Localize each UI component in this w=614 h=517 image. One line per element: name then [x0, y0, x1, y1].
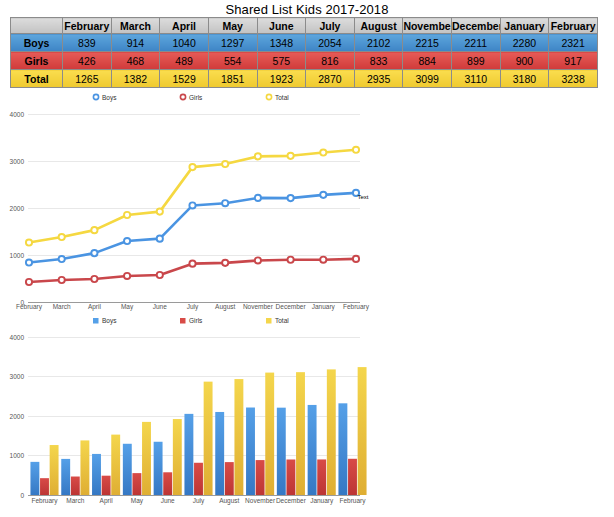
- column-header: May: [208, 18, 257, 34]
- x-axis-label: December: [276, 303, 307, 310]
- bar-total: [204, 382, 213, 495]
- table-cell: 2215: [403, 34, 452, 52]
- data-point-boys: [255, 195, 261, 201]
- table-cell: 2054: [306, 34, 355, 52]
- table-row-total: Total12651382152918511923287029353099311…: [11, 70, 598, 88]
- table-cell: 1265: [63, 70, 112, 88]
- data-point-girls: [353, 256, 359, 262]
- table-cell: 426: [63, 52, 112, 70]
- legend-marker-girls-icon: [180, 94, 185, 99]
- table-cell: 554: [208, 52, 257, 70]
- table-cell: 489: [160, 52, 209, 70]
- row-label: Boys: [11, 34, 63, 52]
- column-header: March: [111, 18, 160, 34]
- data-point-girls: [189, 261, 195, 267]
- bar-boys: [338, 403, 347, 495]
- table-cell: 1923: [257, 70, 306, 88]
- data-point-boys: [26, 259, 32, 265]
- bar-chart: BoysGirlsTotal40003000200010000FebruaryM…: [0, 313, 400, 513]
- table-row-boys: Boys839914104012971348205421022215221122…: [11, 34, 598, 52]
- data-point-total: [124, 212, 130, 218]
- bar-boys: [215, 412, 224, 495]
- data-point-boys: [320, 192, 326, 198]
- table-cell: 1382: [111, 70, 160, 88]
- bar-boys: [123, 444, 132, 495]
- data-point-girls: [59, 277, 65, 283]
- bar-girls: [286, 459, 295, 495]
- legend-label: Boys: [102, 317, 117, 325]
- data-point-total: [189, 164, 195, 170]
- line-chart: BoysGirlsTotal40003000200010000FebruaryM…: [0, 90, 400, 320]
- bar-girls: [225, 462, 234, 495]
- x-axis-label: May: [131, 497, 144, 505]
- x-axis-label: November: [243, 303, 274, 310]
- bar-total: [173, 419, 182, 495]
- x-axis-label: August: [215, 303, 235, 311]
- legend-label: Boys: [102, 94, 117, 102]
- table-cell: 833: [354, 52, 403, 70]
- x-axis-label: July: [187, 303, 199, 311]
- data-point-total: [59, 234, 65, 240]
- bar-total: [358, 367, 367, 495]
- line-chart-svg: BoysGirlsTotal40003000200010000FebruaryM…: [0, 90, 400, 320]
- x-axis-label: April: [88, 303, 102, 311]
- table-cell: 3099: [403, 70, 452, 88]
- data-point-girls: [124, 273, 130, 279]
- column-header: January: [500, 18, 549, 34]
- page-title: Shared List Kids 2017-2018: [0, 2, 614, 17]
- table-cell: 2211: [452, 34, 501, 52]
- row-label: Girls: [11, 52, 63, 70]
- legend-label: Girls: [189, 94, 203, 101]
- table-row-girls: Girls426468489554575816833884899900917: [11, 52, 598, 70]
- row-label: Total: [11, 70, 63, 88]
- table-cell: 468: [111, 52, 160, 70]
- bar-girls: [102, 476, 111, 495]
- bar-boys: [154, 442, 163, 495]
- column-header: February: [549, 18, 598, 34]
- y-axis-label: 1000: [10, 452, 25, 459]
- y-axis-label: 3000: [10, 373, 25, 380]
- legend-label: Girls: [189, 317, 203, 324]
- y-axis-label: 0: [20, 492, 24, 499]
- bar-girls: [256, 460, 265, 495]
- bar-girls: [40, 478, 49, 495]
- x-axis-label: February: [339, 497, 366, 505]
- bar-total: [111, 435, 120, 495]
- bar-boys: [30, 462, 39, 495]
- x-axis-label: June: [161, 497, 175, 504]
- bar-girls: [194, 463, 203, 495]
- data-point-boys: [91, 250, 97, 256]
- bar-total: [327, 369, 336, 495]
- data-point-boys: [124, 238, 130, 244]
- data-point-total: [255, 153, 261, 159]
- legend-marker-boys-icon: [93, 318, 99, 324]
- bar-girls: [348, 459, 357, 495]
- table-cell: 3238: [549, 70, 598, 88]
- bar-total: [50, 445, 59, 495]
- column-header: July: [306, 18, 355, 34]
- x-axis-label: December: [276, 497, 307, 504]
- y-axis-label: 4000: [10, 334, 25, 341]
- bar-total: [234, 379, 243, 495]
- bar-girls: [317, 459, 326, 495]
- bar-boys: [61, 459, 70, 495]
- table-cell: 816: [306, 52, 355, 70]
- bar-total: [296, 372, 305, 495]
- x-axis-label: February: [31, 497, 58, 505]
- y-axis-label: 2000: [10, 413, 25, 420]
- bar-girls: [163, 472, 172, 495]
- column-header: December: [452, 18, 501, 34]
- x-axis-label: March: [66, 497, 84, 504]
- table-cell: 3110: [452, 70, 501, 88]
- data-point-boys: [189, 202, 195, 208]
- legend-label: Total: [275, 317, 289, 324]
- table-cell: 2935: [354, 70, 403, 88]
- chart-annotation[interactable]: Text: [358, 194, 369, 200]
- data-point-total: [320, 149, 326, 155]
- table-cell: 1348: [257, 34, 306, 52]
- data-point-girls: [320, 257, 326, 263]
- x-axis-label: April: [100, 497, 114, 505]
- table-cell: 2870: [306, 70, 355, 88]
- x-axis-label: July: [193, 497, 205, 505]
- data-point-girls: [222, 260, 228, 266]
